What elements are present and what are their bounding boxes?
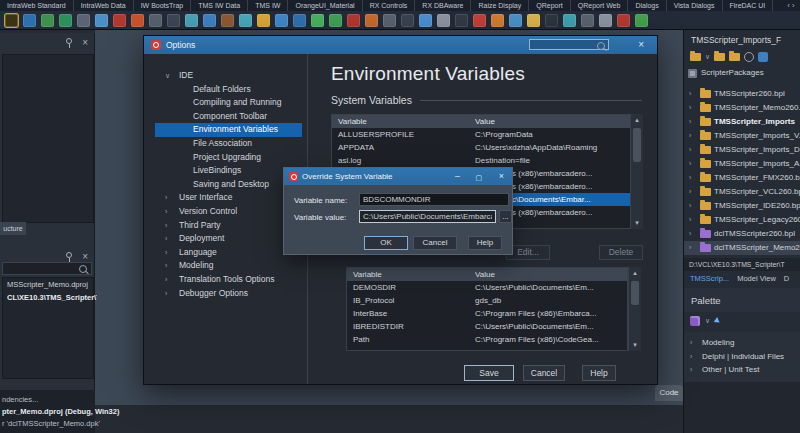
component-icon[interactable]: [401, 14, 414, 27]
project-tree-item[interactable]: ›TMSScripter_VCL260.bpl: [684, 185, 800, 199]
project-tree-item[interactable]: ›dclTMSScripter_Memo2...: [684, 241, 800, 255]
palette-tab[interactable]: FireDAC UI: [723, 0, 774, 11]
table-row[interactable]: APPDATAC:\Users\xdzha\AppData\Roaming: [332, 141, 641, 154]
component-icon[interactable]: [293, 14, 306, 27]
project-tree-item[interactable]: ›TMSScripter_Imports_D...: [684, 143, 800, 157]
palette-tab-scroll-arrows[interactable]: ‹ ›: [782, 0, 800, 11]
delete-button[interactable]: Delete: [599, 245, 643, 260]
palette-tab[interactable]: IW BootsTrap: [134, 0, 192, 11]
component-icon[interactable]: [563, 14, 576, 27]
options-tree-item[interactable]: ›Language: [155, 246, 302, 260]
component-icon[interactable]: [149, 14, 162, 27]
variable-name-input[interactable]: [359, 193, 509, 206]
save-button[interactable]: Save: [464, 365, 514, 381]
table-row[interactable]: PathC:\Program Files (x86)\CodeGea...: [347, 333, 627, 346]
table-row[interactable]: IBREDISTDIRC:\Users\Public\Documents\Em.…: [347, 320, 627, 333]
palette-tab[interactable]: RX Controls: [363, 0, 416, 11]
browse-button[interactable]: ...: [499, 210, 512, 223]
options-tree-item[interactable]: Project Upgrading: [155, 151, 302, 165]
component-icon[interactable]: [545, 14, 558, 27]
chevron-right-icon[interactable]: ›: [689, 185, 691, 199]
project-search-input[interactable]: [2, 262, 92, 275]
project-tree-item[interactable]: ›TMSScripter_FMX260.b...: [684, 171, 800, 185]
table-scrollbar[interactable]: ▴ ▾: [630, 114, 643, 229]
component-icon[interactable]: [419, 14, 432, 27]
palette-tab[interactable]: Raize Display: [471, 0, 529, 11]
options-tree-item[interactable]: ∨IDE: [155, 69, 302, 83]
component-icon[interactable]: [275, 14, 288, 27]
code-tab[interactable]: Code: [655, 385, 683, 401]
component-icon[interactable]: [239, 14, 252, 27]
close-icon[interactable]: ×: [499, 171, 504, 182]
chevron-right-icon[interactable]: ›: [689, 101, 691, 115]
component-icon[interactable]: [23, 14, 36, 27]
component-icon[interactable]: [527, 14, 540, 27]
help-button[interactable]: Help: [582, 365, 616, 381]
project-tree-item[interactable]: ›TMSScripter_Memo260...: [684, 101, 800, 115]
component-icon[interactable]: [581, 14, 594, 27]
palette-tab[interactable]: RX DBAware: [415, 0, 471, 11]
component-icon[interactable]: [347, 14, 360, 27]
chevron-right-icon[interactable]: ›: [689, 115, 691, 129]
cursor-arrow-icon[interactable]: [714, 317, 722, 325]
project-tree-root[interactable]: ScripterPackages: [684, 66, 800, 80]
close-icon[interactable]: ×: [82, 37, 88, 48]
package-icon[interactable]: [758, 52, 768, 62]
palette-tab[interactable]: Vista Dialogs: [667, 0, 723, 11]
scrollbar-thumb[interactable]: [631, 281, 639, 305]
project-tree-item[interactable]: ›dclTMSScripter260.bpl: [684, 227, 800, 241]
component-icon[interactable]: [491, 14, 504, 27]
component-icon[interactable]: [95, 14, 108, 27]
chevron-right-icon[interactable]: ›: [689, 171, 691, 185]
palette-tab[interactable]: OrangeUI_Material: [288, 0, 362, 11]
options-tree-item[interactable]: Compiling and Running: [155, 96, 302, 110]
options-tree-item[interactable]: Component Toolbar: [155, 110, 302, 124]
help-button[interactable]: Help: [468, 236, 502, 250]
options-tree-item[interactable]: Default Folders: [155, 83, 302, 97]
options-tree-item[interactable]: ›Version Control: [155, 205, 302, 219]
options-tree-item[interactable]: ›Modeling: [155, 259, 302, 273]
new-folder-icon[interactable]: [690, 53, 701, 61]
component-icon[interactable]: [59, 14, 72, 27]
project-list-item[interactable]: MSScripter_Memo.dproj: [7, 280, 97, 289]
component-icon[interactable]: [167, 14, 180, 27]
chevron-right-icon[interactable]: ›: [689, 157, 691, 171]
scroll-up-icon[interactable]: ▴: [629, 269, 641, 277]
folder-open-icon[interactable]: [729, 53, 740, 61]
table-scrollbar[interactable]: ▴ ▾: [628, 267, 641, 351]
options-tree-item[interactable]: ›Debugger Options: [155, 287, 302, 301]
chevron-down-icon[interactable]: ∨: [705, 53, 710, 61]
palette-box-icon[interactable]: [690, 316, 700, 326]
component-icon[interactable]: [455, 14, 468, 27]
component-icon[interactable]: [77, 14, 90, 27]
component-icon[interactable]: [5, 14, 18, 27]
component-icon[interactable]: [113, 14, 126, 27]
refresh-icon[interactable]: [744, 52, 754, 62]
options-tree-item[interactable]: ›Third Party: [155, 219, 302, 233]
close-icon[interactable]: ×: [82, 251, 88, 262]
chevron-right-icon[interactable]: ›: [689, 129, 691, 143]
scroll-down-icon[interactable]: ▾: [629, 341, 641, 349]
component-icon[interactable]: [599, 14, 612, 27]
project-tree-item[interactable]: ›TMSScripter_Imports: [684, 115, 800, 129]
variable-value-input[interactable]: [359, 210, 496, 223]
component-icon[interactable]: [257, 14, 270, 27]
palette-category[interactable]: ›Other | Unit Test: [684, 363, 800, 377]
table-row[interactable]: IB_Protocolgds_db: [347, 294, 627, 307]
table-row[interactable]: DEMOSDIRC:\Users\Public\Documents\Em...: [347, 281, 627, 294]
scrollbar-thumb[interactable]: [633, 128, 641, 162]
project-tree-item[interactable]: ›TMSScripter260.bpl: [684, 87, 800, 101]
maximize-icon[interactable]: ▢: [475, 172, 482, 183]
palette-tab[interactable]: QReport Web: [571, 0, 629, 11]
component-icon[interactable]: [365, 14, 378, 27]
options-tree-item[interactable]: Saving and Desktop: [155, 178, 302, 192]
chevron-right-icon[interactable]: ›: [689, 213, 691, 227]
table-row[interactable]: ALLUSERSPROFILEC:\ProgramData: [332, 128, 641, 141]
options-tree-item[interactable]: ›Translation Tools Options: [155, 273, 302, 287]
project-manager-tab[interactable]: Model View: [737, 272, 776, 286]
component-icon[interactable]: [203, 14, 216, 27]
chevron-right-icon[interactable]: ›: [689, 87, 691, 101]
options-tree-item[interactable]: LiveBindings: [155, 164, 302, 178]
palette-tab[interactable]: TMS IW: [248, 0, 288, 11]
options-titlebar[interactable]: Options ×: [144, 36, 657, 54]
